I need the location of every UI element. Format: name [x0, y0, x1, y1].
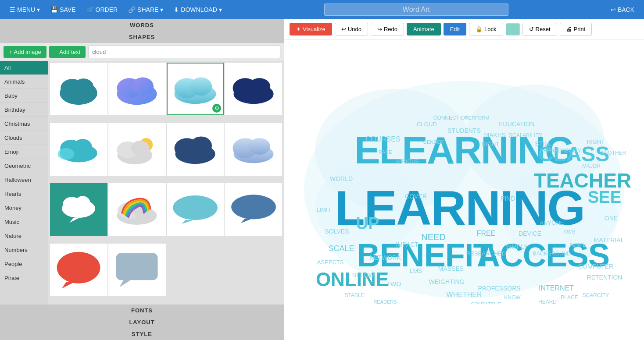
- shape-cell-6[interactable]: [108, 123, 166, 176]
- svg-text:READERS: READERS: [373, 299, 397, 304]
- svg-text:RESEARCHED: RESEARCHED: [466, 250, 506, 257]
- search-input[interactable]: [88, 46, 280, 58]
- shape-cell-2[interactable]: [108, 63, 166, 115]
- menu-icon: ☰: [10, 6, 15, 13]
- svg-text:NEED: NEED: [421, 232, 446, 242]
- svg-point-19: [131, 141, 150, 156]
- shape-cell-5[interactable]: [50, 123, 107, 176]
- category-item-pirate[interactable]: Pirate: [0, 271, 48, 285]
- svg-text:LIMIT: LIMIT: [316, 206, 331, 213]
- svg-text:RIGHT: RIGHT: [482, 141, 500, 147]
- svg-text:RIGHT: RIGHT: [587, 138, 605, 145]
- order-icon: 🛒: [86, 6, 94, 13]
- order-button[interactable]: 🛒 ORDER: [82, 4, 122, 16]
- shape-cell-13[interactable]: [50, 244, 107, 296]
- print-button[interactable]: 🖨 Print: [560, 23, 592, 35]
- shapes-header[interactable]: SHAPES: [0, 31, 284, 43]
- svg-text:STABLE: STABLE: [344, 292, 364, 298]
- undo-button[interactable]: ↩ Undo: [335, 23, 368, 35]
- category-item-money[interactable]: Money: [0, 201, 48, 215]
- category-item-people[interactable]: People: [0, 257, 48, 271]
- save-icon: 💾: [50, 6, 58, 13]
- category-item-clouds[interactable]: Clouds: [0, 131, 48, 145]
- shape-cell-14[interactable]: [108, 244, 166, 296]
- svg-point-25: [248, 138, 270, 155]
- shape-cell-10[interactable]: [108, 183, 166, 236]
- svg-point-11: [248, 78, 270, 95]
- svg-text:MAKES: MAKES: [484, 131, 505, 138]
- add-image-button[interactable]: + Add image: [4, 46, 47, 58]
- svg-text:PLACE: PLACE: [561, 294, 578, 301]
- category-item-nature[interactable]: Nature: [0, 229, 48, 243]
- action-bar: ✦ Visualize ↩ Undo ↪ Redo Animate Edit 🔒…: [284, 19, 644, 39]
- canvas-area: ELEARNING LEARNING BENEFIT ACCESS CLASS …: [284, 39, 644, 340]
- download-button[interactable]: ⬇ DOWNLOAD ▾: [169, 4, 226, 16]
- category-item-hearts[interactable]: Hearts: [0, 187, 48, 201]
- shape-cell-3[interactable]: ⚙: [167, 63, 224, 115]
- save-button[interactable]: 💾 SAVE: [46, 4, 80, 16]
- category-item-birthday[interactable]: Birthday: [0, 103, 48, 117]
- svg-text:MASSES: MASSES: [438, 265, 464, 272]
- svg-point-2: [74, 78, 94, 95]
- svg-text:LMS: LMS: [410, 267, 422, 274]
- reset-button[interactable]: ↺ Reset: [522, 23, 557, 35]
- visualize-button[interactable]: ✦ Visualize: [290, 23, 332, 35]
- layout-header[interactable]: LAYOUT: [0, 316, 284, 328]
- title-area: [228, 4, 605, 16]
- svg-text:GENDER: GENDER: [423, 139, 444, 145]
- back-button[interactable]: ↩ BACK: [606, 4, 639, 16]
- category-item-geometric[interactable]: Geometric: [0, 159, 48, 173]
- svg-text:SIMPLY: SIMPLY: [506, 243, 528, 250]
- shape-cell-4[interactable]: [225, 63, 282, 115]
- style-header[interactable]: STYLE: [0, 328, 284, 340]
- shape-cell-12[interactable]: [225, 183, 282, 236]
- shape-cell-1[interactable]: [50, 63, 107, 115]
- category-item-emoji[interactable]: Emoji: [0, 145, 48, 159]
- download-icon: ⬇: [174, 6, 179, 13]
- right-panel: ✦ Visualize ↩ Undo ↪ Redo Animate Edit 🔒…: [284, 19, 644, 340]
- svg-text:ANOTHER: ANOTHER: [601, 150, 626, 156]
- category-item-numbers[interactable]: Numbers: [0, 243, 48, 257]
- redo-icon: ↪: [377, 26, 382, 32]
- svg-text:COMPATIBLE: COMPATIBLE: [471, 301, 501, 304]
- shape-cell-11[interactable]: [167, 183, 224, 236]
- svg-text:DEVICE: DEVICE: [519, 230, 541, 237]
- category-item-halloween[interactable]: Halloween: [0, 173, 48, 187]
- category-item-music[interactable]: Music: [0, 215, 48, 229]
- fonts-header[interactable]: FONTS: [0, 305, 284, 316]
- svg-point-22: [190, 137, 211, 155]
- svg-text:ANYONE: ANYONE: [540, 220, 564, 226]
- svg-text:VARIOUS: VARIOUS: [395, 159, 419, 165]
- menu-button[interactable]: ☰ MENU ▾: [5, 4, 44, 16]
- svg-text:SCALABILITY: SCALABILITY: [509, 132, 542, 138]
- edit-button[interactable]: Edit: [444, 23, 466, 35]
- svg-text:COVER: COVER: [405, 193, 427, 200]
- svg-text:IMPACT: IMPACT: [396, 241, 419, 248]
- svg-point-28: [75, 196, 90, 209]
- redo-button[interactable]: ↪ Redo: [371, 23, 404, 35]
- print-icon: 🖨: [566, 26, 572, 32]
- category-item-animals[interactable]: Animals: [0, 75, 48, 89]
- animate-button[interactable]: Animate: [407, 23, 441, 35]
- color-swatch[interactable]: [506, 23, 520, 35]
- svg-marker-34: [182, 220, 193, 224]
- words-header[interactable]: WORDS: [0, 19, 284, 31]
- main-layout: WORDS SHAPES + Add image + Add text AllA…: [0, 19, 644, 340]
- lock-button[interactable]: 🔒 Lock: [469, 23, 503, 35]
- svg-text:BACKGROUND: BACKGROUND: [533, 251, 571, 257]
- shape-cell-8[interactable]: [225, 123, 282, 176]
- share-button[interactable]: 🔗 SHARE ▾: [124, 4, 168, 16]
- title-input[interactable]: [324, 4, 508, 16]
- category-item-baby[interactable]: Baby: [0, 89, 48, 103]
- svg-text:FIND: FIND: [501, 195, 515, 202]
- category-item-all[interactable]: All: [0, 61, 48, 75]
- shape-cell-7[interactable]: [167, 123, 224, 176]
- selected-badge: ⚙: [212, 104, 221, 113]
- category-item-christmas[interactable]: Christmas: [0, 117, 48, 131]
- bottom-sections: FONTS LAYOUT STYLE: [0, 305, 284, 340]
- add-text-button[interactable]: + Add text: [49, 46, 86, 58]
- category-list: AllAnimalsBabyBirthdayChristmasCloudsEmo…: [0, 61, 48, 305]
- svg-marker-40: [119, 280, 131, 287]
- plus-icon: +: [9, 49, 12, 55]
- shape-cell-9[interactable]: [50, 183, 107, 236]
